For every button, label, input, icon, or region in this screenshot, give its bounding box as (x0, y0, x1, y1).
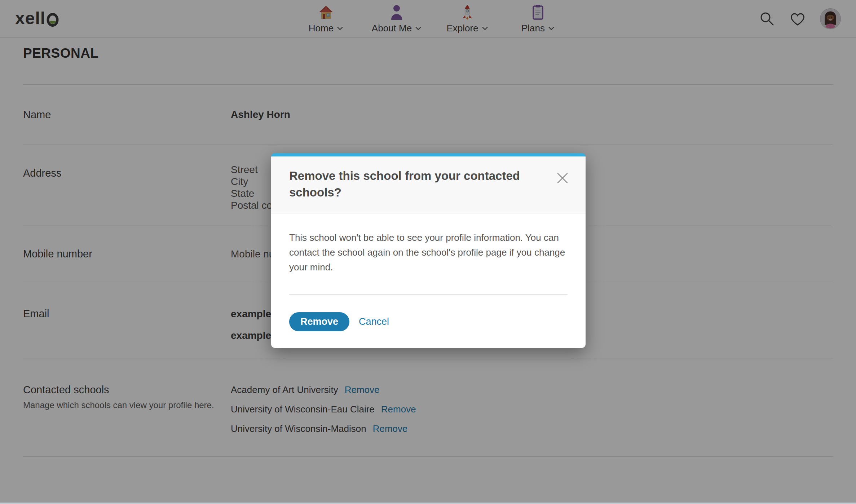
close-icon[interactable] (556, 172, 569, 185)
dialog-body: This school won't be able to see your pr… (271, 213, 586, 348)
dialog-divider (289, 294, 568, 295)
dialog-title: Remove this school from your contacted s… (289, 168, 524, 201)
dialog-header: Remove this school from your contacted s… (271, 156, 586, 213)
cancel-button[interactable]: Cancel (359, 316, 389, 327)
dialog-message: This school won't be able to see your pr… (289, 230, 568, 275)
remove-school-dialog: Remove this school from your contacted s… (271, 153, 586, 348)
bottom-edge-strip (0, 503, 856, 504)
dialog-actions: Remove Cancel (289, 312, 568, 331)
confirm-remove-button[interactable]: Remove (289, 312, 349, 331)
app-screen: xell (0, 0, 856, 504)
